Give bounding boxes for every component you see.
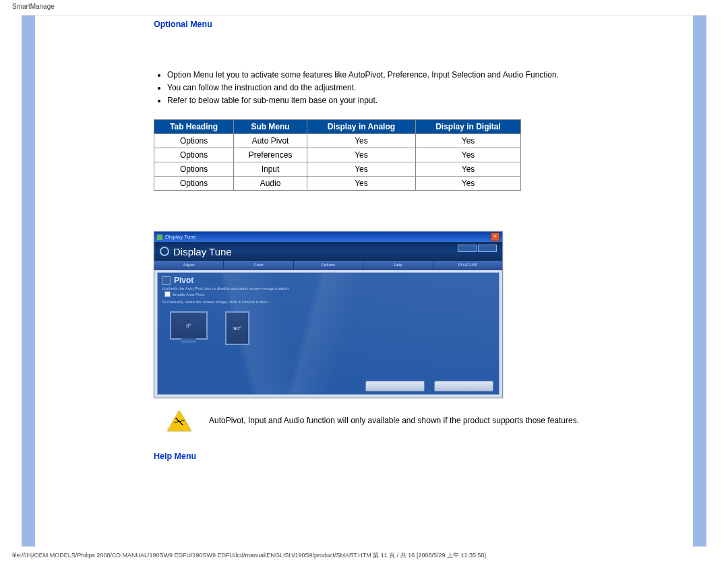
pane-description: Uncheck the Auto Pivot box to disable au… <box>158 285 499 291</box>
checkbox-label: Enable Auto Pivot <box>173 292 204 296</box>
displaytune-window: Display Tune × Display Tune Adjust Color… <box>154 231 503 398</box>
table-row: Options Auto Pivot Yes Yes <box>154 134 521 148</box>
rotation-options: 0° 90° <box>158 305 499 345</box>
window-title: Display Tune <box>165 234 196 240</box>
warning-icon <box>167 410 191 431</box>
cell: Yes <box>307 162 415 177</box>
cell: Yes <box>416 162 521 177</box>
rotate-90-label: 90° <box>233 325 241 332</box>
badge-icon <box>458 245 477 252</box>
col-header: Sub Menu <box>234 120 307 134</box>
table-header-row: Tab Heading Sub Menu Display in Analog D… <box>154 120 521 134</box>
pane-button[interactable] <box>434 381 493 392</box>
pane-footer <box>365 381 493 392</box>
app-icon <box>157 235 162 240</box>
app-tabbar: Adjust Color Options Help PLUG-INS <box>154 261 502 270</box>
pivot-icon <box>162 276 171 285</box>
content-column: Optional Menu Option Menu let you to act… <box>154 20 626 461</box>
app-banner: Display Tune <box>154 242 502 261</box>
cell: Options <box>154 177 234 191</box>
tab-color[interactable]: Color <box>224 261 293 270</box>
cell: Yes <box>416 148 521 162</box>
cell: Yes <box>307 177 415 191</box>
right-margin-strip <box>693 15 706 547</box>
table-row: Options Audio Yes Yes <box>154 177 521 191</box>
tab-plugins[interactable]: PLUG-INS <box>433 261 502 270</box>
help-menu-heading: Help Menu <box>154 451 626 461</box>
tab-options[interactable]: Options <box>294 261 363 270</box>
pane-title: Pivot <box>174 276 193 285</box>
cell: Options <box>154 134 234 148</box>
pane-instruction: To manually rotate the screen image, cli… <box>158 299 499 305</box>
rotate-0-button[interactable]: 0° <box>170 311 208 340</box>
col-header: Display in Analog <box>307 120 415 134</box>
gear-icon <box>160 247 169 256</box>
badge-icon <box>478 245 497 252</box>
banner-title: Display Tune <box>173 246 232 257</box>
optional-menu-heading: Optional Menu <box>154 20 626 29</box>
pane-button[interactable] <box>365 381 425 392</box>
tab-adjust[interactable]: Adjust <box>154 261 224 270</box>
cell: Yes <box>307 134 415 148</box>
cell: Yes <box>416 177 521 191</box>
brand-badges <box>458 245 497 252</box>
col-header: Display in Digital <box>416 120 521 134</box>
rotate-0-label: 0° <box>186 323 191 329</box>
note-text: AutoPivot, Input and Audio function will… <box>209 415 579 427</box>
list-item: Refer to below table for sub-menu item b… <box>167 95 626 106</box>
monitor-stand-icon <box>181 338 196 343</box>
submenu-table: Tab Heading Sub Menu Display in Analog D… <box>154 119 521 191</box>
tab-help[interactable]: Help <box>363 261 433 270</box>
table-row: Options Input Yes Yes <box>154 162 521 177</box>
note-row: AutoPivot, Input and Audio function will… <box>154 410 626 431</box>
col-header: Tab Heading <box>154 120 234 134</box>
close-icon[interactable]: × <box>491 232 499 241</box>
list-item: Option Menu let you to activate some fea… <box>167 69 626 81</box>
list-item: You can follow the instruction and do th… <box>167 82 626 94</box>
bullet-list: Option Menu let you to activate some fea… <box>167 69 626 106</box>
cell: Audio <box>234 177 307 191</box>
rotate-90-button[interactable]: 90° <box>225 311 249 345</box>
table-row: Options Preferences Yes Yes <box>154 148 521 162</box>
checkbox-icon[interactable] <box>164 291 171 297</box>
page-frame: Optional Menu Option Menu let you to act… <box>22 15 706 547</box>
cell: Yes <box>307 148 415 162</box>
enable-autopivot-row[interactable]: Enable Auto Pivot <box>158 291 499 299</box>
cell: Input <box>234 162 307 177</box>
cell: Options <box>154 148 234 162</box>
pane-title-row: Pivot <box>158 273 499 285</box>
pivot-pane: Pivot Uncheck the Auto Pivot box to disa… <box>157 272 499 395</box>
window-titlebar[interactable]: Display Tune × <box>154 232 502 242</box>
footer-filepath: file:///H|/OEM MODELS/Philips 2008/CD MA… <box>12 551 486 560</box>
cell: Preferences <box>234 148 307 162</box>
page-header-title: SmartManage <box>0 0 728 10</box>
cell: Options <box>154 162 234 177</box>
cell: Yes <box>416 134 521 148</box>
cell: Auto Pivot <box>234 134 307 148</box>
left-margin-strip <box>22 15 35 547</box>
